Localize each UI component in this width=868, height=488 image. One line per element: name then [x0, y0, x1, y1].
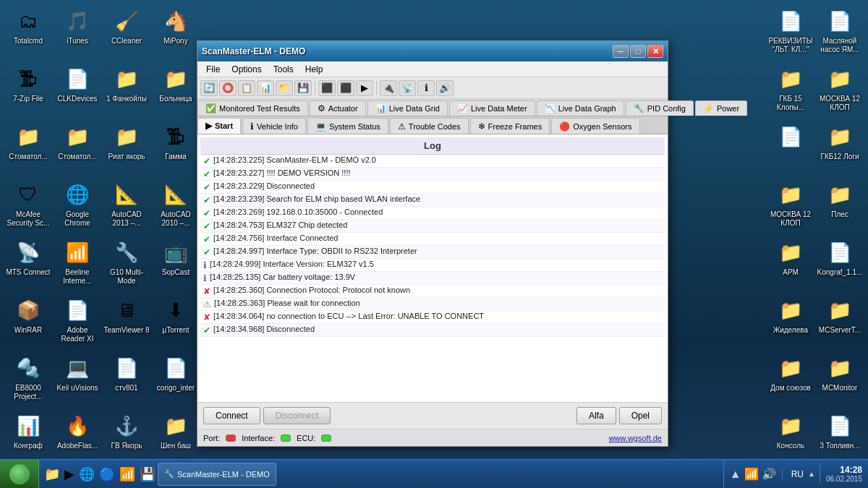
website-link[interactable]: www.wgsoft.de	[609, 434, 662, 442]
toolbar-btn-4[interactable]: 📊	[257, 80, 274, 96]
log-area[interactable]: ✔[14:28:23.225] ScanMaster-ELM - DEMO v2…	[200, 155, 665, 401]
tab-vehicle-info[interactable]: ℹ Vehicle Info	[242, 118, 306, 134]
icon-gvyakor[interactable]: ⚓ ГВ Якорь	[102, 408, 151, 466]
taskbar-icon-hw[interactable]: 💾	[140, 466, 156, 482]
menu-tools[interactable]: Tools	[268, 63, 299, 76]
icon-autocad2013[interactable]: 📐 AutoCAD 2013 –...	[102, 177, 151, 235]
icon-konsol[interactable]: 📁 Консоль	[766, 408, 815, 466]
icon-3topliv[interactable]: 📄 3 Топливн...	[815, 408, 864, 466]
icon-rekv[interactable]: 📄 РЕКВИЗИТЫ "ЛЬТ. КЛ..."	[766, 4, 815, 61]
tab-power[interactable]: ⚡ Power	[695, 100, 747, 116]
icon-mcmonitor[interactable]: 📁 MCMonitor	[815, 351, 864, 408]
toolbar-btn-11[interactable]: 📡	[399, 80, 416, 96]
icon-kongraf2[interactable]: 📄 Kongraf_1.1...	[815, 235, 864, 293]
icon-stv801[interactable]: 📄 стv801	[102, 351, 151, 408]
icon-riat[interactable]: 📁 Риат якорь	[102, 119, 151, 177]
icon-gkb15[interactable]: 📁 ГКБ 15 Клопы...	[766, 61, 815, 119]
icon-bolnitsa[interactable]: 📁 Больница	[151, 61, 200, 119]
toolbar-btn-10[interactable]: 🔌	[380, 80, 397, 96]
icon-corigo[interactable]: 📄 corigo_inter	[151, 351, 200, 408]
icon-gkb12logi[interactable]: 📁 ГКБ12 Логи	[815, 119, 864, 177]
tray-icon-up[interactable]: ▲	[730, 468, 741, 481]
tab-system-status[interactable]: 💻 System Status	[307, 118, 388, 134]
tab-live-data-grid[interactable]: 📊 Live Data Grid	[367, 100, 448, 116]
tray-icon-sound[interactable]: 🔊	[762, 467, 776, 481]
icon-beeline[interactable]: 📶 Beeline Interne...	[53, 235, 102, 293]
toolbar-btn-13[interactable]: 🔊	[436, 80, 454, 96]
icon-googlechrome[interactable]: 🌐 Google Chrome	[53, 177, 102, 235]
icon-mcafee[interactable]: 🛡 McAfee Security Sc...	[4, 177, 53, 235]
icon-masly[interactable]: 📄 Масляной насос ЯМ...	[815, 4, 864, 61]
icon-g10[interactable]: 🔧 G10 Multi-Mode	[102, 235, 151, 293]
icon-mts[interactable]: 📡 MTS Connect	[4, 235, 53, 293]
icon-eb8000[interactable]: 🔩 EB8000 Project...	[4, 351, 53, 408]
tab-freeze-frames[interactable]: ❄ Freeze Frames	[470, 118, 550, 134]
icon-ccleaner[interactable]: 🧹 CCleaner	[102, 4, 151, 61]
tray-icon-network[interactable]: 📶	[744, 467, 759, 481]
icon-moskva122[interactable]: 📁 МОСКВА 12 КЛОП	[766, 177, 815, 235]
connect-button[interactable]: Connect	[203, 407, 260, 424]
tab-start[interactable]: ▶ Start	[197, 118, 241, 134]
toolbar-btn-8[interactable]: ⬛	[337, 80, 354, 96]
toolbar-btn-2[interactable]: ⭕	[219, 80, 237, 96]
tab-pid-config[interactable]: 🔧 PID Config	[626, 100, 694, 116]
icon-zhideleva[interactable]: 📁 Жиделева	[766, 293, 815, 351]
taskbar-scanmaster-button[interactable]: 🔧 ScanMaster-ELM - DEMO	[158, 463, 276, 486]
maximize-button[interactable]: □	[630, 45, 646, 58]
toolbar-btn-9[interactable]: ▶	[356, 80, 373, 96]
icon-shenbash[interactable]: 📁 Шен баш	[151, 408, 200, 466]
toolbar-btn-1[interactable]: 🔄	[200, 80, 218, 96]
disconnect-button[interactable]: Disconnect	[263, 407, 331, 424]
icon-domsouz[interactable]: 📁 Дом союзов	[766, 351, 815, 408]
toolbar-btn-5[interactable]: 📁	[276, 80, 293, 96]
icon-moskva12[interactable]: 📁 МОСКВА 12 КЛОП	[815, 61, 864, 119]
toolbar-btn-6[interactable]: 💾	[294, 80, 312, 96]
taskbar-icon-wifi[interactable]: 📶	[119, 466, 135, 482]
icon-autocad2010[interactable]: 📐 AutoCAD 2010 –...	[151, 177, 200, 235]
taskbar-icon-explorer[interactable]: 📁	[44, 466, 60, 482]
icon-7zip[interactable]: 🗜 7-Zip File	[4, 61, 53, 119]
tab-monitored-test-results[interactable]: ✅ Monitored Test Results	[197, 100, 308, 116]
icon-keil[interactable]: 💻 Keil uVisions	[53, 351, 102, 408]
icon-kongraf[interactable]: 📊 Конграф	[4, 408, 53, 466]
icon-adobe[interactable]: 📄 Adobe Reader XI	[53, 293, 102, 351]
icon-mipony[interactable]: 🐴 MiPony	[151, 4, 200, 61]
icon-stomato1[interactable]: 📁 Стоматол...	[4, 119, 53, 177]
alfa-button[interactable]: Alfa	[576, 407, 616, 424]
icon-adobeflash[interactable]: 🔥 AdobeFlas...	[53, 408, 102, 466]
start-button[interactable]	[0, 460, 39, 489]
log-text: [14:28:25.135] Car battery voltage: 13.9…	[210, 273, 355, 281]
icon-mcservert[interactable]: 📁 MCServerT...	[815, 293, 864, 351]
icon-itunes[interactable]: 🎵 iTunes	[53, 4, 102, 61]
icon-word1[interactable]: 📄	[766, 119, 815, 177]
tab-live-data-graph[interactable]: 📉 Live Data Graph	[537, 100, 624, 116]
close-button[interactable]: ✕	[647, 45, 663, 58]
menu-file[interactable]: File	[200, 63, 226, 76]
tab-live-data-meter[interactable]: 📈 Live Data Meter	[449, 100, 535, 116]
icon-fankoily[interactable]: 📁 1 Фанкойлы	[102, 61, 151, 119]
icon-winrar[interactable]: 📦 WinRAR	[4, 293, 53, 351]
icon-arm[interactable]: 📁 АРМ	[766, 235, 815, 293]
toolbar-btn-12[interactable]: ℹ	[417, 80, 435, 96]
taskbar-icon-media[interactable]: ▶	[64, 466, 75, 482]
taskbar-icon-ie[interactable]: 🔵	[99, 466, 115, 482]
icon-utorrent[interactable]: ⬇ µTorrent	[151, 293, 200, 351]
minimize-button[interactable]: ─	[613, 45, 629, 58]
tab-actuator[interactable]: ⚙ Actuator	[310, 100, 366, 116]
tab-trouble-codes[interactable]: ⚠ Trouble Codes	[390, 118, 469, 134]
icon-totalcmd[interactable]: 🗂 Totalcmd	[4, 4, 53, 61]
icon-teamviewer[interactable]: 🖥 TeamViewer 8	[102, 293, 151, 351]
icon-gamma[interactable]: 🗜 Гамма	[151, 119, 200, 177]
icon-ples[interactable]: 📁 Плес	[815, 177, 864, 235]
menu-help[interactable]: Help	[299, 63, 329, 76]
toolbar-btn-7[interactable]: ⬛	[318, 80, 336, 96]
tab-oxygen-sensors[interactable]: 🔴 Oxygen Sensors	[551, 118, 639, 134]
menu-options[interactable]: Options	[226, 63, 267, 76]
icon-stomato2[interactable]: 📁 Стоматол...	[53, 119, 102, 177]
icon-sopcast[interactable]: 📺 SopCast	[151, 235, 200, 293]
taskbar-clock[interactable]: 14:28 06.02.2015	[820, 465, 868, 483]
toolbar-btn-3[interactable]: 📋	[238, 80, 255, 96]
icon-clkdevices[interactable]: 📄 CLKDevices	[53, 61, 102, 119]
opel-button[interactable]: Opel	[619, 407, 662, 424]
taskbar-icon-chrome[interactable]: 🌐	[79, 466, 95, 482]
